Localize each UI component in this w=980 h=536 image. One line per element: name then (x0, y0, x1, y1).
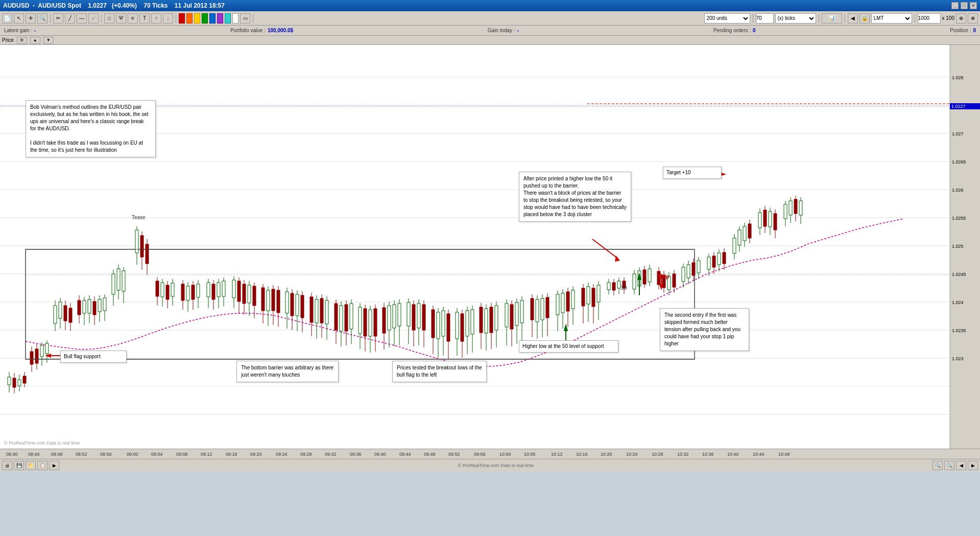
svg-rect-52 (112, 274, 115, 294)
svg-rect-232 (673, 274, 676, 287)
price-down-button[interactable]: ▼ (43, 37, 54, 44)
svg-text:1.0255: 1.0255 (952, 216, 966, 221)
scroll-right-button[interactable]: ▶ (968, 461, 978, 470)
print-button[interactable]: 🖨 (2, 461, 12, 470)
units-select[interactable]: 200 units (704, 13, 750, 24)
close-button[interactable]: × (970, 2, 977, 9)
hline-button[interactable]: — (77, 13, 87, 24)
text-button[interactable]: T (139, 13, 150, 24)
ticks-input[interactable] (756, 13, 774, 24)
svg-text:1.0235: 1.0235 (952, 328, 966, 333)
trendline-button[interactable]: ⟋ (88, 13, 99, 24)
arrow-prev[interactable]: ◀ (848, 13, 858, 24)
svg-rect-230 (667, 276, 671, 290)
order-type-select[interactable]: LMT (871, 13, 912, 24)
time-label-1000: 10:00 (499, 452, 511, 457)
folder-button[interactable]: 📁 (26, 461, 36, 470)
svg-text:1.028: 1.028 (952, 75, 964, 80)
svg-rect-140 (388, 306, 391, 330)
window-controls[interactable]: _ □ × (951, 2, 977, 9)
zoom-in-button[interactable]: 🔍 (944, 461, 954, 470)
color-6[interactable] (217, 13, 223, 24)
arrow-button[interactable]: ↑ (151, 13, 161, 24)
svg-rect-72 (181, 284, 184, 300)
rect-shape-button[interactable]: ▭ (240, 13, 250, 24)
svg-rect-62 (146, 244, 149, 264)
svg-text:1.0265: 1.0265 (952, 159, 966, 165)
svg-rect-84 (217, 283, 220, 297)
svg-rect-88 (232, 280, 235, 298)
trade-button-2[interactable]: ⊗ (968, 13, 978, 24)
cursor-button[interactable]: ↖ (14, 13, 24, 24)
rect-button[interactable]: □ (104, 13, 114, 24)
svg-rect-86 (222, 281, 225, 296)
color-4[interactable] (202, 13, 208, 24)
svg-rect-96 (253, 286, 256, 306)
svg-rect-154 (432, 310, 435, 338)
play-button[interactable]: ▶ (49, 461, 59, 470)
svg-rect-236 (687, 265, 690, 278)
crosshair-button[interactable]: ✛ (26, 13, 36, 24)
svg-text:1.027: 1.027 (952, 131, 964, 136)
svg-rect-158 (442, 311, 445, 336)
svg-rect-90 (237, 281, 241, 301)
svg-rect-126 (345, 305, 348, 331)
zoom-out-button[interactable]: 🔍 (933, 461, 943, 470)
svg-rect-80 (207, 283, 210, 297)
lock-button[interactable]: 🔒 (859, 13, 870, 24)
svg-rect-254 (743, 226, 746, 241)
pencil-button[interactable]: ✏ (53, 13, 63, 24)
svg-rect-200 (571, 290, 575, 309)
svg-rect-102 (272, 289, 275, 311)
color-2[interactable] (186, 13, 193, 24)
svg-rect-208 (597, 285, 600, 302)
svg-rect-264 (774, 214, 777, 230)
latent-gain: Latent gain : - (4, 28, 36, 33)
ticks-type-select[interactable]: (x) ticks (775, 13, 816, 24)
portfolio-bar: Latent gain : - Portfolio value : 100,00… (0, 26, 980, 36)
save-button[interactable]: 💾 (14, 461, 24, 470)
time-label-1044: 10:44 (753, 452, 764, 457)
color-1[interactable] (179, 13, 185, 24)
line-button[interactable]: ╱ (65, 13, 75, 24)
zoom-button[interactable]: 🔍 (37, 13, 47, 24)
time-label-1020: 10:20 (601, 452, 612, 457)
maximize-button[interactable]: □ (961, 2, 968, 9)
svg-rect-28 (40, 345, 43, 357)
price-up-button[interactable]: ▲ (30, 37, 40, 44)
svg-rect-42 (83, 300, 86, 313)
quantity-input[interactable] (918, 13, 941, 24)
table-button[interactable]: 📋 (37, 461, 47, 470)
trade-button[interactable]: ⊕ (956, 13, 966, 24)
indicators-button[interactable]: 📊 (822, 13, 842, 24)
svg-rect-112 (301, 295, 304, 318)
minimize-button[interactable]: _ (951, 2, 959, 9)
time-label-0944: 09:44 (399, 452, 411, 457)
time-label-1048: 10:48 (778, 452, 790, 457)
color-3[interactable] (194, 13, 200, 24)
window-title: AUDUSD - AUD/USD Spot 1.0227 (+0.40%) 70… (3, 2, 225, 9)
arrow-down-button[interactable]: ↓ (163, 13, 173, 24)
svg-rect-144 (398, 304, 401, 326)
channel-button[interactable]: ≡ (128, 13, 138, 24)
svg-rect-260 (763, 210, 767, 226)
svg-rect-270 (794, 199, 797, 214)
svg-rect-192 (546, 297, 549, 318)
price-settings-button[interactable]: ⚙ (17, 37, 27, 44)
svg-rect-216 (623, 281, 626, 288)
color-8[interactable] (232, 13, 238, 24)
svg-rect-234 (682, 267, 685, 282)
new-chart-button[interactable]: 📄 (2, 13, 12, 24)
time-label-1016: 10:16 (576, 452, 588, 457)
color-5[interactable] (209, 13, 216, 24)
svg-rect-36 (64, 306, 67, 321)
color-7[interactable] (225, 13, 231, 24)
svg-rect-210 (607, 283, 610, 290)
time-label-0848: 08:48 (51, 452, 63, 457)
scroll-left-button[interactable]: ◀ (956, 461, 966, 470)
svg-rect-20 (18, 380, 21, 386)
svg-rect-156 (437, 312, 440, 339)
svg-rect-214 (617, 281, 620, 288)
fib-button[interactable]: Ψ (116, 13, 126, 24)
svg-rect-106 (285, 292, 289, 313)
